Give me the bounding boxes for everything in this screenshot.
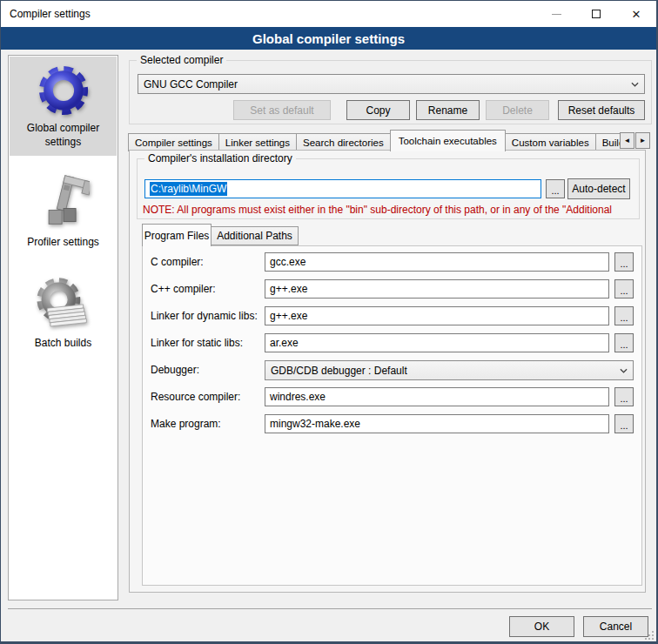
tab-scroll-right-button[interactable]: ► — [635, 132, 650, 149]
minimize-icon — [552, 14, 561, 15]
reset-defaults-button[interactable]: Reset defaults — [558, 100, 645, 120]
tab-search-directories[interactable]: Search directories — [296, 133, 391, 151]
rename-button[interactable]: Rename — [416, 100, 480, 120]
batch-gear-icon — [36, 275, 91, 332]
sidebar-item-profiler-settings[interactable]: Profiler settings — [10, 167, 117, 256]
installation-directory-value: C:\raylib\MinGW — [150, 182, 227, 196]
sidebar-item-label: Profiler settings — [11, 235, 115, 249]
tab-scroll-right-icon: ► — [640, 137, 647, 144]
selected-compiler-group-label: Selected compiler — [137, 54, 226, 66]
resource-compiler-label: Resource compiler: — [151, 391, 240, 403]
tab-scroll-left-icon: ◄ — [624, 137, 631, 144]
resource-compiler-browse-button[interactable]: ... — [614, 387, 634, 406]
footer-divider — [8, 608, 652, 609]
copy-button[interactable]: Copy — [346, 100, 410, 120]
c-compiler-input[interactable]: gcc.exe — [265, 252, 609, 272]
window-title: Compiler settings — [1, 8, 91, 20]
c-compiler-label: C compiler: — [151, 256, 204, 268]
gear-icon — [37, 64, 91, 117]
tab-build-options[interactable]: Build options — [595, 133, 621, 151]
tab-linker-settings[interactable]: Linker settings — [218, 133, 297, 151]
installation-directory-group-label: Compiler's installation directory — [144, 152, 296, 164]
debugger-label: Debugger: — [151, 364, 199, 376]
tab-custom-variables[interactable]: Custom variables — [505, 133, 596, 151]
sidebar-item-batch-builds[interactable]: Batch builds — [10, 268, 117, 357]
bin-subdirectory-note: NOTE: All programs must exist either in … — [143, 204, 638, 216]
installation-directory-browse-button[interactable]: ... — [546, 179, 565, 198]
tab-compiler-settings[interactable]: Compiler settings — [128, 133, 219, 151]
chevron-down-icon — [620, 368, 628, 373]
set-as-default-button[interactable]: Set as default — [233, 100, 331, 120]
maximize-button[interactable] — [576, 1, 616, 27]
compiler-select[interactable]: GNU GCC Compiler — [138, 74, 645, 94]
dynamic-linker-browse-button[interactable]: ... — [614, 306, 634, 325]
make-program-browse-button[interactable]: ... — [614, 414, 634, 433]
dynamic-linker-input[interactable]: g++.exe — [265, 306, 609, 325]
debugger-select[interactable]: GDB/CDB debugger : Default — [265, 360, 634, 380]
chevron-down-icon — [631, 82, 639, 87]
static-linker-browse-button[interactable]: ... — [614, 333, 634, 352]
static-linker-input[interactable]: ar.exe — [265, 333, 609, 352]
tab-toolchain-executables[interactable]: Toolchain executables — [390, 130, 506, 151]
c-compiler-browse-button[interactable]: ... — [614, 252, 634, 272]
cancel-button[interactable]: Cancel — [583, 616, 648, 637]
tab-additional-paths[interactable]: Additional Paths — [211, 226, 299, 245]
auto-detect-button[interactable]: Auto-detect — [567, 178, 630, 199]
dialog-banner: Global compiler settings — [1, 27, 656, 50]
compiler-tabs: Compiler settings Linker settings Search… — [128, 130, 621, 151]
dynamic-linker-label: Linker for dynamic libs: — [151, 310, 258, 322]
make-program-label: Make program: — [151, 418, 221, 430]
maximize-icon — [592, 10, 601, 18]
resource-compiler-input[interactable]: windres.exe — [265, 387, 609, 406]
sidebar-item-label: Global compiler settings — [11, 121, 115, 149]
make-program-input[interactable]: mingw32-make.exe — [265, 414, 609, 433]
close-button[interactable]: ✕ — [616, 1, 656, 27]
banner-title: Global compiler settings — [252, 31, 405, 46]
title-bar[interactable]: Compiler settings ✕ — [1, 1, 656, 27]
sidebar-item-label: Batch builds — [11, 336, 115, 350]
delete-button[interactable]: Delete — [486, 100, 549, 120]
minimize-button[interactable] — [536, 1, 576, 27]
compiler-select-value: GNU GCC Compiler — [144, 78, 238, 91]
sidebar-item-global-compiler-settings[interactable]: Global compiler settings — [10, 57, 117, 156]
cpp-compiler-browse-button[interactable]: ... — [614, 279, 634, 299]
close-icon: ✕ — [632, 9, 641, 20]
settings-category-list: Global compiler settings Profiler settin… — [8, 55, 118, 600]
cpp-compiler-label: C++ compiler: — [151, 283, 216, 295]
compiler-settings-dialog: Compiler settings ✕ Global compiler sett… — [0, 0, 658, 644]
installation-directory-input[interactable]: C:\raylib\MinGW — [144, 179, 541, 198]
cpp-compiler-input[interactable]: g++.exe — [265, 279, 609, 299]
debugger-select-value: GDB/CDB debugger : Default — [271, 365, 407, 377]
caliper-icon — [37, 174, 90, 231]
static-linker-label: Linker for static libs: — [151, 337, 243, 349]
tab-scroll-left-button[interactable]: ◄ — [620, 132, 634, 149]
tab-program-files[interactable]: Program Files — [142, 224, 212, 246]
ok-button[interactable]: OK — [509, 616, 574, 637]
